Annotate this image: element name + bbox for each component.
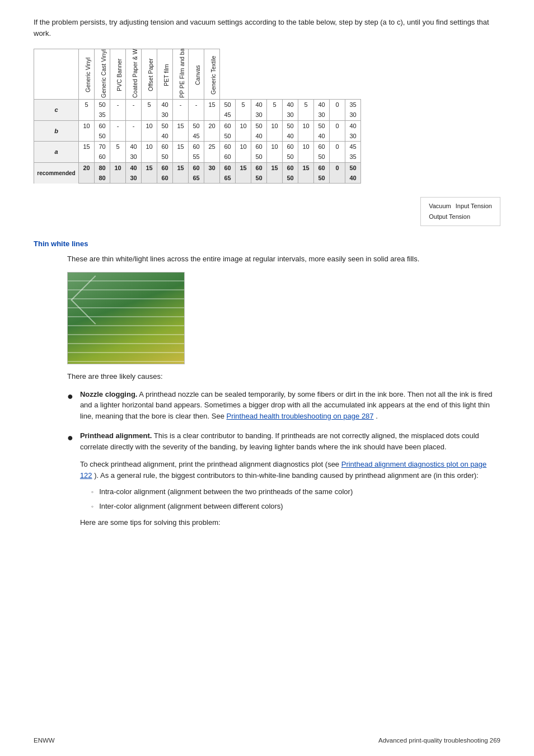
sub-list-text-1: Intra-color alignment (alignment between… [99, 486, 353, 497]
alignment-sub-intro: To check printhead alignment, print the … [80, 460, 341, 468]
footer-right: Advanced print-quality troubleshooting 2… [378, 737, 500, 744]
tips-text: Here are some tips for solving this prob… [80, 517, 500, 528]
page-footer: ENWW Advanced print-quality troubleshoot… [34, 737, 500, 744]
nozzle-link[interactable]: Printhead health troubleshooting on page… [226, 412, 373, 420]
col-generic-textile: Generic Textile [204, 49, 220, 100]
alignment-sub-after: ). As a general rule, the biggest contri… [94, 471, 479, 480]
row-label-c: c [34, 100, 79, 121]
row-label-a: a [34, 142, 79, 163]
col-pvc-banner: PVC Banner [110, 49, 126, 100]
table-row: a 1570 540 1060 1560 2560 1060 1060 1060… [34, 142, 361, 152]
alignment-sub-list: ◦ Intra-color alignment (alignment betwe… [91, 486, 500, 511]
settings-table-wrapper: Generic Vinyl Generic Cast Vinyl PVC Ban… [34, 49, 500, 184]
table-row: 80 30 60 65 65 50 50 50 40 [34, 173, 361, 184]
bullet-content-2: Printhead alignment. This is a clear con… [80, 430, 500, 528]
table-row: 60 30 50 55 60 50 50 50 35 [34, 152, 361, 162]
sub-dot-1: ◦ [91, 487, 93, 497]
table-row: b 1060 -- 1050 1550 2060 1050 1050 1050 … [34, 120, 361, 131]
legend-box: Vacuum Input Tension Output Tension [34, 197, 500, 226]
legend-inner: Vacuum Input Tension Output Tension [420, 197, 500, 226]
sub-list-item-1: ◦ Intra-color alignment (alignment betwe… [91, 486, 500, 497]
section-heading: Thin white lines [34, 240, 500, 248]
legend-input-tension-label: Input Tension [456, 201, 492, 212]
nozzle-period: . [376, 412, 378, 420]
causes-list: ● Nozzle clogging. A printhead nozzle ca… [67, 389, 500, 528]
col-generic-cast-vinyl: Generic Cast Vinyl [95, 49, 110, 100]
intro-paragraph: If the problem persists, try adjusting t… [34, 17, 500, 39]
col-pp-pe-film: PP PE Film and banner [173, 49, 189, 100]
row-label-recommended: recommended [34, 162, 79, 184]
bullet-content-1: Nozzle clogging. A printhead nozzle can … [80, 389, 500, 422]
nozzle-clogging-bold: Nozzle clogging. [80, 390, 138, 398]
table-row: c 550 -- 540 -- 1550 540 540 540 035 [34, 100, 361, 110]
alignment-sub-text: To check printhead alignment, print the … [80, 459, 500, 528]
legend-vacuum-row: Vacuum Input Tension [429, 201, 492, 212]
footer-left: ENWW [34, 737, 55, 744]
legend-vacuum-label: Vacuum [429, 201, 451, 212]
thin-white-lines-image [67, 272, 185, 364]
list-item-nozzle: ● Nozzle clogging. A printhead nozzle ca… [67, 389, 500, 422]
col-canvas: Canvas [189, 49, 204, 100]
sub-list-text-2: Inter-color alignment (alignment between… [99, 501, 283, 512]
legend-output-tension-label: Output Tension [429, 212, 470, 222]
col-generic-vinyl: Generic Vinyl [79, 49, 95, 100]
table-row: 50 40 45 50 40 40 40 30 [34, 131, 361, 142]
legend-output-row: Output Tension [429, 212, 492, 222]
row-label-b: b [34, 120, 79, 142]
sub-list-item-2: ◦ Inter-color alignment (alignment betwe… [91, 501, 500, 512]
table-row: recommended 2080 1040 1560 1560 3060 156… [34, 162, 361, 173]
alignment-bold: Printhead alignment. [80, 431, 152, 440]
bullet-dot-1: ● [67, 389, 73, 422]
sub-dot-2: ◦ [91, 501, 93, 512]
col-coated-paper: Coated Paper & Wallpaper [126, 49, 142, 100]
bullet-dot-2: ● [67, 430, 73, 528]
col-pet-film: PET film [157, 49, 173, 100]
table-row: 35 30 45 30 30 30 30 [34, 110, 361, 120]
section-description: These are thin white/light lines across … [67, 253, 500, 265]
col-offset-paper: Offset Paper [142, 49, 157, 100]
settings-table: Generic Vinyl Generic Cast Vinyl PVC Ban… [34, 49, 361, 184]
list-item-alignment: ● Printhead alignment. This is a clear c… [67, 430, 500, 528]
causes-intro: There are three likely causes: [67, 371, 500, 382]
